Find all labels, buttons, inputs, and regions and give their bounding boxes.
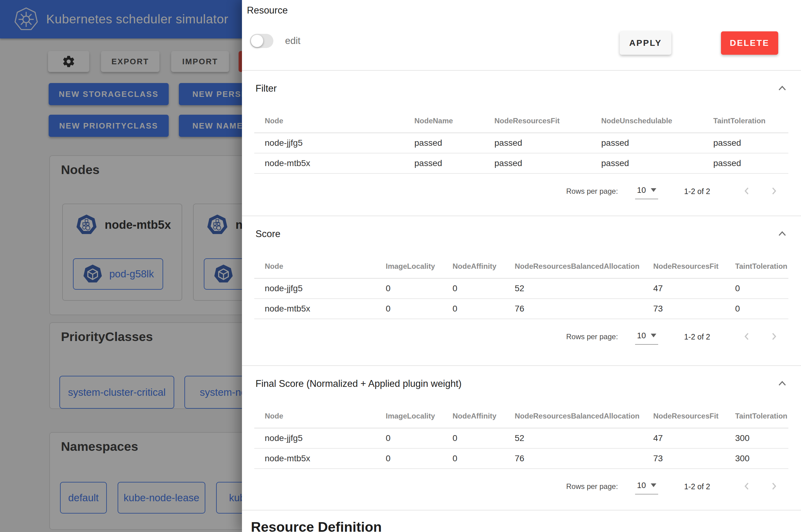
next-page-button[interactable] [765, 331, 783, 343]
collapse-filter-button[interactable] [776, 84, 788, 94]
app-root: Kubernetes scheduler simulator EXPORT IM… [0, 0, 801, 532]
next-page-button[interactable] [765, 481, 783, 492]
table-cell: 0 [386, 299, 453, 319]
table-cell: 300 [735, 448, 788, 469]
caret-down-icon [651, 334, 656, 337]
table-cell: 0 [386, 428, 453, 448]
table-header-row: NodeImageLocalityNodeAffinityNodeResourc… [254, 404, 788, 428]
previous-page-button[interactable] [738, 331, 756, 343]
score-section-title: Score [255, 228, 280, 240]
table-row: node-mtb5xpassedpassedpassedpassed [254, 153, 788, 173]
column-header: ImageLocality [386, 254, 453, 278]
table-cell: 0 [735, 278, 788, 299]
rows-per-page-select[interactable]: 10 [635, 329, 658, 345]
table-cell: 47 [653, 278, 735, 299]
table-cell: 73 [653, 299, 735, 319]
chevron-left-icon [742, 481, 752, 491]
pagination-range: 1-2 of 2 [684, 332, 710, 341]
column-header: TaintToleration [735, 254, 788, 278]
column-header: NodeAffinity [453, 254, 515, 278]
table-cell: passed [713, 153, 788, 173]
collapse-score-button[interactable] [776, 229, 788, 239]
table-cell: 47 [653, 428, 735, 448]
rows-per-page-label: Rows per page: [566, 482, 618, 491]
table-cell: passed [414, 133, 494, 153]
edit-toggle[interactable]: edit [250, 34, 301, 48]
table-cell: passed [713, 133, 788, 153]
table-cell: node-jjfg5 [254, 428, 386, 448]
table-row: node-jjfg5005247300 [254, 428, 788, 448]
table-cell: node-mtb5x [254, 153, 414, 173]
column-header: NodeResourcesFit [653, 404, 735, 428]
table-cell: node-jjfg5 [254, 278, 386, 299]
chevron-left-icon [742, 186, 752, 196]
table-header-row: NodeImageLocalityNodeAffinityNodeResourc… [254, 254, 788, 278]
table-cell: 0 [453, 299, 515, 319]
resource-definition-section: Resource Definition [242, 511, 801, 532]
table-cell: 52 [515, 278, 653, 299]
score-section: Score NodeImageLocalityNodeAffinityNodeR… [242, 216, 801, 366]
rows-per-page-select[interactable]: 10 [635, 184, 658, 199]
table-cell: 52 [515, 428, 653, 448]
column-header: ImageLocality [386, 404, 453, 428]
drawer-header: Resource edit APPLY DELETE [242, 0, 801, 71]
caret-down-icon [651, 188, 656, 192]
table-row: node-mtb5x007673300 [254, 448, 788, 469]
table-cell: 76 [515, 448, 653, 469]
previous-page-button[interactable] [738, 481, 756, 492]
chevron-up-icon [777, 230, 787, 237]
table-cell: 73 [653, 448, 735, 469]
column-header: NodeResourcesFit [494, 109, 601, 133]
table-row: node-mtb5x0076730 [254, 299, 788, 319]
caret-down-icon [651, 483, 656, 487]
filter-table: NodeNodeNameNodeResourcesFitNodeUnschedu… [254, 109, 788, 174]
table-row: node-jjfg50052470 [254, 278, 788, 299]
table-cell: 0 [453, 448, 515, 469]
resource-definition-title: Resource Definition [251, 519, 382, 532]
filter-section: Filter NodeNodeNameNodeResourcesFitNodeU… [242, 71, 801, 216]
table-row: node-jjfg5passedpassedpassedpassed [254, 133, 788, 153]
rows-per-page-label: Rows per page: [566, 332, 618, 341]
apply-button[interactable]: APPLY [620, 31, 671, 55]
table-cell: passed [601, 133, 713, 153]
column-header: Node [254, 254, 386, 278]
score-table: NodeImageLocalityNodeAffinityNodeResourc… [254, 254, 788, 319]
table-cell: 76 [515, 299, 653, 319]
table-cell: passed [494, 133, 601, 153]
chevron-left-icon [742, 331, 752, 342]
table-cell: node-mtb5x [254, 448, 386, 469]
drawer-title: Resource [247, 5, 288, 16]
column-header: TaintToleration [735, 404, 788, 428]
table-cell: 0 [386, 448, 453, 469]
column-header: NodeUnschedulable [601, 109, 713, 133]
chevron-up-icon [777, 85, 787, 92]
final-score-table: NodeImageLocalityNodeAffinityNodeResourc… [254, 404, 788, 469]
chevron-up-icon [777, 380, 787, 387]
chevron-right-icon [769, 481, 779, 491]
toggle-track-icon[interactable] [250, 34, 273, 48]
delete-button[interactable]: DELETE [721, 31, 778, 55]
next-page-button[interactable] [765, 186, 783, 197]
rows-per-page-select[interactable]: 10 [635, 479, 658, 494]
edit-toggle-label: edit [285, 35, 301, 46]
resource-drawer: Resource edit APPLY DELETE Filter NodeNo… [242, 0, 801, 532]
filter-section-title: Filter [255, 83, 277, 94]
pagination-range: 1-2 of 2 [684, 187, 710, 196]
chevron-right-icon [769, 186, 779, 196]
table-cell: passed [494, 153, 601, 173]
table-cell: 300 [735, 428, 788, 448]
table-cell: 0 [386, 278, 453, 299]
pagination-range: 1-2 of 2 [684, 482, 710, 491]
final-score-pagination: Rows per page: 10 1-2 of 2 [254, 473, 788, 500]
final-score-section: Final Score (Normalized + Applied plugin… [242, 366, 801, 511]
collapse-final-score-button[interactable] [776, 379, 788, 389]
previous-page-button[interactable] [738, 186, 756, 197]
table-cell: 0 [735, 299, 788, 319]
table-cell: 0 [453, 278, 515, 299]
score-pagination: Rows per page: 10 1-2 of 2 [254, 323, 788, 350]
table-cell: passed [414, 153, 494, 173]
column-header: NodeResourcesFit [653, 254, 735, 278]
column-header: NodeResourcesBalancedAllocation [515, 254, 653, 278]
table-cell: node-jjfg5 [254, 133, 414, 153]
table-cell: node-mtb5x [254, 299, 386, 319]
